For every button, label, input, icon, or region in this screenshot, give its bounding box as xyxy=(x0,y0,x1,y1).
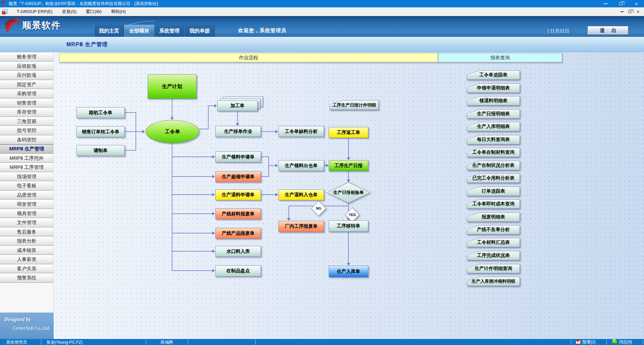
sidebar-item-quality[interactable]: 品质管理 xyxy=(0,191,53,200)
flow-node-process-transfer[interactable]: 工序移转单 xyxy=(329,220,368,232)
report-button-stock-in-detail[interactable]: 生产入库明细表 xyxy=(467,122,520,131)
flow-node-factory-process-scrap[interactable]: 厂内工序报废单 xyxy=(278,221,324,232)
flow-node-production-plan[interactable]: 生产计划 xyxy=(148,74,197,99)
window-minimize-icon[interactable] xyxy=(598,0,613,7)
menu-skin[interactable]: 皮肤(S) xyxy=(57,7,81,16)
report-button-order-tracking[interactable]: 订单追踪表 xyxy=(467,187,520,196)
exit-button[interactable]: 退 出 xyxy=(588,26,629,35)
flow-node-process-rework[interactable]: 工序返工单 xyxy=(329,127,368,138)
sidebar-item-lot-control[interactable]: 批号管控 xyxy=(0,126,53,135)
sidebar-item-barcode[interactable]: 条码管控 xyxy=(0,135,53,145)
report-button-material-summary[interactable]: 工令材料汇总表 xyxy=(467,238,520,247)
sidebar-item-receivables[interactable]: 应收款项 xyxy=(0,62,53,71)
alert-text: 预警[2] xyxy=(582,339,595,345)
brand-name: 顺景软件 xyxy=(22,19,61,31)
flow-node-over-issue-request[interactable]: 生产超领申请单 xyxy=(215,171,261,182)
report-button-wip-material-query[interactable]: 工令单在制材料查询 xyxy=(467,148,520,157)
brand-swoosh-icon xyxy=(5,19,19,32)
sidebar-item-triangle-trade[interactable]: 三角贸易 xyxy=(0,117,53,126)
sidebar-item-costing[interactable]: 成本核算 xyxy=(0,246,53,255)
erp-window: 顺景『T-GROUP』制造业ERP系统 - 东莞顺景软件科技有限公司 - [系统… xyxy=(0,0,644,345)
app-logo-icon xyxy=(2,1,7,7)
menu-tgroup-erp[interactable]: T-GROUP ERP(E) xyxy=(12,7,57,16)
sidebar-item-mrp2-production[interactable]: MRPⅡ 生产管理 xyxy=(0,144,53,154)
mdi-restore-icon[interactable] xyxy=(626,8,634,15)
flow-node-work-order[interactable]: 工令单 xyxy=(146,120,199,143)
window-restore-icon[interactable] xyxy=(613,0,629,7)
flow-node-daily-report-inspection[interactable]: 生产日报检验单 xyxy=(327,182,370,203)
flow-node-material-return-in[interactable]: 生产退料入仓单 xyxy=(278,189,324,200)
report-button-daily-report-detail[interactable]: 生产日报明细表 xyxy=(467,109,520,119)
sidebar-item-sales[interactable]: 销售管理 xyxy=(0,98,53,108)
flow-node-make-request[interactable]: 请制单 xyxy=(76,145,125,156)
report-button-wip-status-analysis[interactable]: 生产在制状况分析表 xyxy=(467,161,520,170)
mdi-minimize-icon[interactable] xyxy=(618,8,626,15)
sidebar-item-documents[interactable]: 文件管理 xyxy=(0,218,53,227)
flow-node-process-order[interactable]: 加工单 xyxy=(217,100,258,111)
message-badge[interactable]: 消息[9] xyxy=(612,339,632,345)
flow-node-wip-count[interactable]: 在制品盘点 xyxy=(215,265,261,277)
report-button-issue-return-detail[interactable]: 领退料明细表 xyxy=(467,96,520,106)
module-sidebar: 账务管理 应收款项 应付款项 固定资产 采购管理 销售管理 库存管理 三角贸易 … xyxy=(0,52,54,339)
sidebar-item-rnd[interactable]: 研发管理 xyxy=(0,200,53,209)
sidebar-item-report-analysis[interactable]: 报表分析 xyxy=(0,236,53,246)
sidebar-item-e-kanban[interactable]: 电子看板 xyxy=(0,181,53,191)
flow-node-line-product-scrap[interactable]: 产线产品报废单 xyxy=(215,228,261,239)
flow-node-scheduling[interactable]: 生产排单作业 xyxy=(215,126,261,137)
flow-node-material-request[interactable]: 生产领料申请单 xyxy=(215,151,261,162)
sidebar-item-accounting[interactable]: 账务管理 xyxy=(0,52,53,62)
report-button-line-defect-rate[interactable]: 产线不良率分析 xyxy=(467,225,520,234)
sidebar-item-fixed-assets[interactable]: 固定资产 xyxy=(0,80,53,89)
flow-node-shortage-analysis[interactable]: 工令单缺料分析 xyxy=(278,126,324,137)
flow-node-material-return-request[interactable]: 生产退料申请单 xyxy=(215,189,261,200)
mdi-close-icon[interactable]: × xyxy=(634,8,642,15)
tab-system-admin[interactable]: 系统管理 xyxy=(154,25,184,37)
report-button-request-return-detail[interactable]: 申领申退明细表 xyxy=(467,83,520,93)
sidebar-item-after-sales[interactable]: 售后服务 xyxy=(0,227,53,237)
tab-my-documents[interactable]: 我的单据 xyxy=(184,25,215,37)
flow-node-line-material-scrap[interactable]: 产线材料报废单 xyxy=(215,208,261,219)
message-text: 消息[9] xyxy=(619,339,632,345)
report-button-finished-order-material-analysis[interactable]: 已完工令用料分析表 xyxy=(467,174,520,183)
sidebar-item-mold[interactable]: 模具管理 xyxy=(0,209,53,218)
report-button-realtime-cost-query[interactable]: 工令单即时成本查询 xyxy=(467,199,520,209)
alert-badge[interactable]: 预警[2] xyxy=(576,339,595,345)
flow-node-production-stock-in[interactable]: 生产入库单 xyxy=(329,266,368,277)
menu-window[interactable]: 窗口(W) xyxy=(81,7,106,16)
report-button-piecework-detail-query[interactable]: 生产计件明细查询 xyxy=(467,264,520,273)
report-button-daily-shortage-query[interactable]: 每日欠料查询表 xyxy=(467,135,520,144)
sidebar-item-mrp2-process[interactable]: MRPⅡ 工序管理 xyxy=(0,163,53,172)
sidebar-item-crm[interactable]: 客户关系 xyxy=(0,264,53,274)
flow-node-daily-piecework-detail[interactable]: 工序生产日报计件明细 xyxy=(330,100,379,110)
tab-my-home[interactable]: 我的主页 xyxy=(94,25,124,37)
flow-node-sprue-stock-in[interactable]: 水口料入库 xyxy=(215,246,261,257)
brand-logo: 顺景软件 xyxy=(5,19,61,32)
sidebar-item-purchasing[interactable]: 采购管理 xyxy=(0,89,53,98)
flow-node-initial-work-order[interactable]: 期初工令单 xyxy=(76,107,125,118)
report-button-scrap-detail[interactable]: 报废明细表 xyxy=(467,212,520,222)
designed-by-block: Designed by CenterSoft Co.,Ltd. xyxy=(0,313,54,339)
sidebar-item-alert-system[interactable]: 预警系统 xyxy=(0,273,53,283)
flow-node-process-daily-report[interactable]: 工序生产日报 xyxy=(329,160,368,171)
status-network: 局域网 xyxy=(160,340,173,345)
flow-node-material-issue[interactable]: 生产领料出仓单 xyxy=(278,160,324,171)
window-close-icon[interactable]: × xyxy=(629,0,644,7)
sidebar-item-hr-payroll[interactable]: 人事薪资 xyxy=(0,255,53,264)
date-text: | 11月21日 xyxy=(547,28,570,34)
report-section-header: 报表查询 xyxy=(438,53,562,62)
sidebar-item-mrp2-outsourcing[interactable]: MRPⅡ 工序托外 xyxy=(0,154,53,163)
sidebar-item-payables[interactable]: 应付款项 xyxy=(0,71,53,80)
report-button-process-completion[interactable]: 工序完成状况表 xyxy=(467,251,520,260)
flow-section-header: 作业流程 xyxy=(59,53,438,62)
flow-node-yes-decision: YES xyxy=(345,207,360,222)
company-text: CenterSoft Co.,Ltd. xyxy=(4,325,50,331)
report-button-work-order-tracking[interactable]: 工令单追踪表 xyxy=(467,70,520,80)
menu-help[interactable]: 帮助(H) xyxy=(106,7,130,16)
status-user: 系统管理员 xyxy=(6,340,27,345)
sidebar-item-shopfloor[interactable]: 现场管理 xyxy=(0,172,53,182)
tab-all-modules[interactable]: 全部模块 xyxy=(124,25,154,37)
flow-node-sales-to-work-order[interactable]: 销售订单转工令单 xyxy=(76,126,125,137)
report-button-backflush-detail[interactable]: 生产入库倒冲领料明细 xyxy=(467,277,520,286)
sidebar-item-inventory[interactable]: 库存管理 xyxy=(0,108,53,117)
status-host: 复杂(Young-PC:FZ) xyxy=(46,340,83,345)
